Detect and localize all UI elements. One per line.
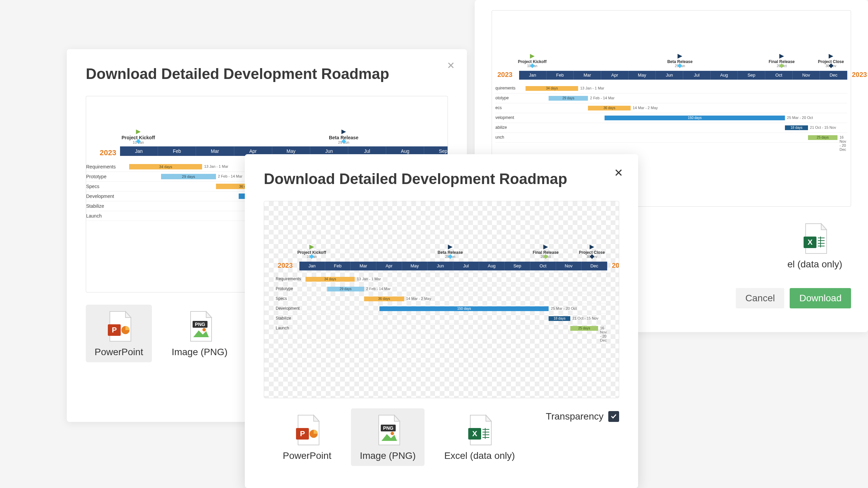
date-range: 13 Jan - 1 Mar (580, 86, 604, 90)
flag-icon (677, 54, 682, 59)
flag-icon (448, 245, 453, 249)
format-option-excel[interactable]: X el (data only) (778, 217, 851, 274)
row-label: ecs (495, 105, 518, 110)
month-cell: Oct (530, 262, 556, 270)
row-label: quirements (495, 86, 518, 90)
month-cell: Sep (738, 71, 765, 80)
row-label: Requirements (86, 164, 117, 169)
task-bar: 150 days (379, 306, 549, 311)
flag-icon (136, 129, 141, 134)
month-cell: Oct (765, 71, 793, 80)
timeline-row: Launch 25 days 16 Nov - 20 Dec (276, 324, 607, 333)
month-cell: May (629, 71, 656, 80)
date-range: 21 Oct - 15 Nov (810, 125, 836, 129)
format-option-image[interactable]: PNG Image (PNG) (163, 305, 236, 362)
cancel-button[interactable]: Cancel (736, 288, 784, 308)
month-cell: Jul (453, 262, 479, 270)
timeline-row: Requirements 34 days 13 Jan - 1 Mar (276, 274, 607, 284)
row-label: Development (86, 194, 117, 199)
month-cell: Feb (325, 262, 351, 270)
flag-icon (309, 245, 314, 249)
svg-text:P: P (300, 429, 305, 438)
powerpoint-icon: P (294, 414, 320, 446)
close-icon[interactable]: ✕ (614, 166, 623, 179)
timeline-row: quirements 34 days 13 Jan - 1 Mar (495, 84, 847, 94)
row-label: Requirements (276, 277, 298, 281)
month-cell: May (402, 262, 428, 270)
row-label: Specs (86, 184, 117, 189)
timeline-header: 2023 JanFebMarAprMayJunJulAugSepOctNovDe… (276, 249, 607, 272)
timeline-row: ecs 36 days 14 Mar - 2 May (495, 103, 847, 113)
task-bar: 25 days (570, 326, 598, 331)
date-range: 14 Mar - 2 May (406, 297, 431, 301)
year-label-right: 2023 (852, 71, 867, 79)
month-cell: Jun (428, 262, 453, 270)
date-range: 13 Jan - 1 Mar (204, 164, 228, 168)
flag-icon (530, 54, 535, 59)
flag-icon (829, 54, 833, 59)
timeline-row: Development 150 days 25 Mar - 20 Oct (276, 304, 607, 314)
date-range: 13 Jan - 1 Mar (357, 277, 381, 281)
month-cell: Feb (158, 146, 196, 156)
milestone: Final Release 20 Oct (527, 245, 564, 259)
row-label: Stabilize (86, 203, 117, 209)
format-option-excel[interactable]: X Excel (data only) (435, 408, 524, 466)
dialog-title: Download Detailed Development Roadmap (86, 65, 448, 82)
center-roadmap-preview: 2023 JanFebMarAprMayJunJulAugSepOctNovDe… (264, 201, 619, 398)
year-label-left: 2023 (100, 148, 116, 157)
date-range: 16 Nov - 20 Dec (600, 326, 607, 342)
task-bar: 150 days (605, 116, 785, 120)
month-cell: Nov (556, 262, 582, 270)
task-bar: 34 days (305, 277, 355, 282)
month-cell: Apr (601, 71, 629, 80)
month-cell: Jun (656, 71, 683, 80)
timeline-row: ototype 29 days 2 Feb - 14 Mar (495, 94, 847, 103)
timeline-row: abilize 18 days 21 Oct - 15 Nov (495, 123, 847, 133)
row-label: Launch (276, 326, 298, 330)
task-bar: 29 days (327, 287, 364, 291)
row-label: Prototype (86, 174, 117, 179)
format-label-excel: Excel (data only) (444, 450, 515, 461)
month-cell: Jul (683, 71, 711, 80)
task-bar: 25 days (808, 135, 837, 140)
center-format-options: P PowerPoint PNG (274, 408, 524, 466)
row-label: Prototype (276, 286, 298, 291)
png-icon: PNG (375, 414, 401, 446)
timeline-row: Prototype 29 days 2 Feb - 14 Mar (276, 284, 607, 294)
date-range: 2 Feb - 14 Mar (590, 96, 614, 100)
month-cell: Nov (793, 71, 820, 80)
timeline-header: 2023 JanFebMarAprMayJunJulAugSepOctNovDe… (495, 58, 847, 82)
flag-icon (590, 245, 594, 249)
task-bar: 34 days (129, 164, 202, 169)
date-range: 2 Feb - 14 Mar (218, 174, 242, 178)
transparency-label: Transparency (546, 411, 604, 422)
svg-text:X: X (472, 429, 477, 438)
png-icon: PNG (186, 311, 213, 342)
timeline-row: Stabilize 18 days 21 Oct - 15 Nov (276, 314, 607, 324)
timeline-rows: quirements 34 days 13 Jan - 1 Mar ototyp… (495, 84, 847, 143)
flag-icon (779, 54, 784, 59)
month-cell: Mar (351, 262, 376, 270)
format-option-powerpoint[interactable]: P PowerPoint (274, 408, 340, 466)
month-cell: Sep (505, 262, 530, 270)
excel-icon: X (466, 414, 493, 446)
date-range: 14 Mar - 2 May (633, 106, 658, 110)
month-cell: Aug (711, 71, 738, 80)
month-cell: Mar (196, 146, 234, 156)
milestone: Final Release 20 Oct (763, 54, 800, 68)
task-bar: 34 days (526, 86, 578, 91)
close-icon[interactable]: ✕ (447, 60, 455, 71)
date-range: 25 Mar - 20 Oct (551, 306, 576, 310)
checkbox-checked-icon[interactable] (608, 411, 619, 422)
download-button[interactable]: Download (790, 288, 851, 308)
month-cell: Dec (581, 262, 607, 270)
format-option-image[interactable]: PNG Image (PNG) (351, 408, 425, 466)
roadmap-timeline: 2023 JanFebMarAprMayJunJulAugSepOctNovDe… (276, 249, 607, 333)
format-option-powerpoint[interactable]: P PowerPoint (86, 305, 152, 362)
transparency-toggle[interactable]: Transparency (546, 411, 619, 422)
month-cell: Apr (376, 262, 402, 270)
svg-point-18 (391, 432, 394, 435)
flag-icon (341, 129, 346, 134)
powerpoint-icon: P (106, 311, 132, 342)
month-cell: Jan (120, 146, 158, 156)
